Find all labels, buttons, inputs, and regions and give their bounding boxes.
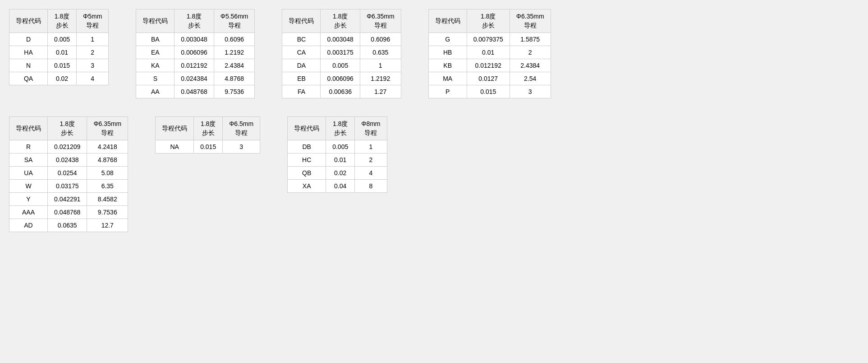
- table-cell: 0.005: [321, 59, 360, 72]
- table-cell: KB: [428, 59, 467, 72]
- col-header-lead-2: Φ5.56mm导程: [214, 9, 255, 33]
- table-cell: 0.01: [467, 46, 510, 59]
- col-header-lead-3: Φ6.35mm导程: [360, 9, 401, 33]
- table-group-2: 导程代码 1.8度步长 Φ5.56mm导程 BA0.0030480.6096EA…: [136, 9, 255, 98]
- table-cell: 1.2192: [214, 46, 255, 59]
- table-cell: DB: [288, 140, 326, 154]
- table-cell: 0.021209: [48, 140, 87, 154]
- table-cell: 0.0254: [48, 167, 87, 180]
- table-phi635mm-top: 导程代码 1.8度步长 Φ6.35mm导程 BC0.0030480.6096CA…: [282, 9, 401, 98]
- table-cell: BA: [136, 33, 175, 46]
- table-cell: 0.048768: [48, 206, 87, 219]
- table-cell: MA: [428, 72, 467, 85]
- table-cell: 2.4384: [214, 59, 255, 72]
- table-cell: AD: [9, 219, 48, 232]
- table-cell: QB: [288, 167, 326, 180]
- col-header-code-6: 导程代码: [156, 117, 194, 140]
- table-cell: N: [9, 59, 48, 72]
- table-row: HC0.012: [288, 154, 387, 167]
- table-cell: HA: [9, 46, 48, 59]
- table-row: N0.0153: [9, 59, 109, 72]
- table-cell: 8.4582: [87, 193, 128, 206]
- table-row: Y0.0422918.4582: [9, 193, 128, 206]
- table-cell: AAA: [9, 206, 48, 219]
- col-header-step-2: 1.8度步长: [175, 9, 214, 33]
- table-row: FA0.006361.27: [282, 85, 401, 98]
- table-phi556mm: 导程代码 1.8度步长 Φ5.56mm导程 BA0.0030480.6096EA…: [136, 9, 255, 98]
- table-cell: HC: [288, 154, 326, 167]
- table-group-6: 导程代码 1.8度步长 Φ6.5mm导程 NA0.0153: [155, 116, 260, 232]
- table-group-4: 导程代码 1.8度步长 Φ6.35mm导程 G0.00793751.5875HB…: [428, 9, 551, 98]
- col-header-code-5: 导程代码: [9, 117, 48, 140]
- table-cell: 0.015: [48, 59, 77, 72]
- table-cell: 2: [77, 46, 109, 59]
- table-group-7: 导程代码 1.8度步长 Φ8mm导程 DB0.0051HC0.012QB0.02…: [287, 116, 387, 232]
- table-cell: S: [136, 72, 175, 85]
- table-cell: 0.024384: [175, 72, 214, 85]
- table-cell: CA: [282, 46, 321, 59]
- table-row: CA0.0031750.635: [282, 46, 401, 59]
- table-row: NA0.0153: [156, 140, 260, 154]
- table-row: QA0.024: [9, 72, 109, 85]
- table-group-5: 导程代码 1.8度步长 Φ6.35mm导程 R0.0212094.2418SA0…: [9, 116, 128, 232]
- table-phi8mm: 导程代码 1.8度步长 Φ8mm导程 DB0.0051HC0.012QB0.02…: [287, 116, 387, 193]
- col-header-code-2: 导程代码: [136, 9, 175, 33]
- table-cell: 0.00636: [321, 85, 360, 98]
- table-cell: UA: [9, 167, 48, 180]
- table-row: UA0.02545.08: [9, 167, 128, 180]
- col-header-code-3: 导程代码: [282, 9, 321, 33]
- table-cell: EB: [282, 72, 321, 85]
- table-cell: 5.08: [87, 167, 128, 180]
- col-header-step-7: 1.8度步长: [326, 117, 355, 140]
- table-row: DB0.0051: [288, 140, 387, 154]
- col-header-step-5: 1.8度步长: [48, 117, 87, 140]
- table-row: BC0.0030480.6096: [282, 33, 401, 46]
- table-cell: NA: [156, 140, 194, 154]
- table-cell: 12.7: [87, 219, 128, 232]
- table-cell: 1: [77, 33, 109, 46]
- table-cell: 0.012192: [467, 59, 510, 72]
- table-row: HA0.012: [9, 46, 109, 59]
- table-cell: 4.8768: [214, 72, 255, 85]
- bottom-section: 导程代码 1.8度步长 Φ6.35mm导程 R0.0212094.2418SA0…: [9, 116, 859, 237]
- top-section: 导程代码 1.8度步长 Φ5mm导程 D0.0051HA0.012N0.0153…: [9, 9, 859, 103]
- table-cell: 0.005: [326, 140, 355, 154]
- table-cell: 0.04: [326, 180, 355, 193]
- table-cell: 2.4384: [510, 59, 551, 72]
- table-phi635mm-top2: 导程代码 1.8度步长 Φ6.35mm导程 G0.00793751.5875HB…: [428, 9, 551, 98]
- table-row: EA0.0060961.2192: [136, 46, 255, 59]
- table-cell: 0.006096: [321, 72, 360, 85]
- table-group-1: 导程代码 1.8度步长 Φ5mm导程 D0.0051HA0.012N0.0153…: [9, 9, 109, 98]
- table-cell: 3: [223, 140, 260, 154]
- table-cell: 0.635: [360, 46, 401, 59]
- col-header-code-1: 导程代码: [9, 9, 48, 33]
- table-phi635mm-bot: 导程代码 1.8度步长 Φ6.35mm导程 R0.0212094.2418SA0…: [9, 116, 128, 232]
- table-cell: DA: [282, 59, 321, 72]
- table-cell: 4: [355, 167, 387, 180]
- col-header-code-4: 导程代码: [428, 9, 467, 33]
- table-cell: 1: [355, 140, 387, 154]
- table-cell: G: [428, 33, 467, 46]
- table-cell: 0.6096: [360, 33, 401, 46]
- table-cell: 0.003048: [175, 33, 214, 46]
- col-header-lead-1: Φ5mm导程: [77, 9, 109, 33]
- table-phi5mm: 导程代码 1.8度步长 Φ5mm导程 D0.0051HA0.012N0.0153…: [9, 9, 109, 85]
- table-cell: XA: [288, 180, 326, 193]
- table-row: P0.0153: [428, 85, 551, 98]
- table-row: MA0.01272.54: [428, 72, 551, 85]
- table-cell: 1.2192: [360, 72, 401, 85]
- page-wrapper: 导程代码 1.8度步长 Φ5mm导程 D0.0051HA0.012N0.0153…: [9, 9, 859, 237]
- table-cell: 0.02: [48, 72, 77, 85]
- table-row: AA0.0487689.7536: [136, 85, 255, 98]
- table-cell: D: [9, 33, 48, 46]
- table-cell: 6.35: [87, 180, 128, 193]
- table-row: BA0.0030480.6096: [136, 33, 255, 46]
- col-header-lead-6: Φ6.5mm导程: [223, 117, 260, 140]
- table-row: AD0.063512.7: [9, 219, 128, 232]
- col-header-step-3: 1.8度步长: [321, 9, 360, 33]
- table-cell: 3: [77, 59, 109, 72]
- table-row: XA0.048: [288, 180, 387, 193]
- table-cell: 0.042291: [48, 193, 87, 206]
- table-cell: 0.0635: [48, 219, 87, 232]
- table-cell: 0.0127: [467, 72, 510, 85]
